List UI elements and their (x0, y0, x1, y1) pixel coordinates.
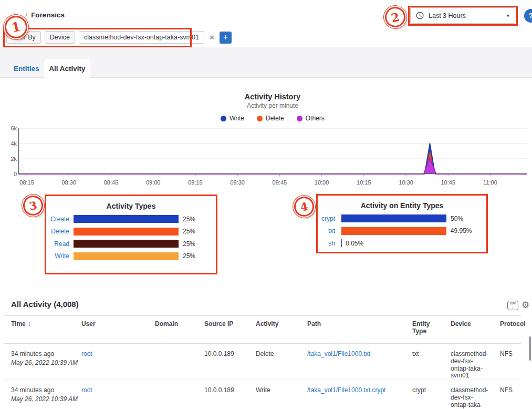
all-activity-table: Time↓UserDomainSource IPActivityPathEnti… (4, 315, 521, 409)
user-link[interactable]: root (81, 350, 92, 357)
legend-item-others[interactable]: Others (297, 115, 325, 122)
column-header-protocol[interactable]: Protocol (493, 316, 521, 344)
bar-value-label: 25% (183, 252, 195, 260)
series-others (18, 158, 527, 175)
time-range-label: Last 3 Hours (429, 12, 466, 19)
x-tick-label: 09:30 (226, 179, 249, 186)
legend-dot-icon (221, 116, 226, 121)
legend-item-write[interactable]: Write (221, 115, 244, 122)
bar-label-link[interactable]: Delete (46, 228, 69, 235)
filter-value-input[interactable]: classmethod-dev-fsx-ontap-taka-svm01 (79, 31, 204, 44)
scrollbar[interactable] (529, 336, 531, 361)
bar-value-label: 50% (451, 215, 463, 222)
column-header-entity-type[interactable]: Entity Type (405, 316, 444, 344)
bar-label-link[interactable]: txt (318, 227, 335, 234)
y-tick-label: 0 (3, 171, 17, 177)
legend-item-delete[interactable]: Delete (257, 115, 284, 122)
x-tick-label: 10:45 (436, 179, 460, 186)
remove-filter-icon[interactable]: ✕ (208, 34, 216, 42)
user-link[interactable]: root (81, 386, 92, 394)
bar-value-label: 25% (183, 228, 195, 235)
panel-title: Activity Types (46, 202, 216, 210)
x-tick-label: 08:15 (15, 179, 38, 186)
clock-icon (416, 12, 424, 19)
tab-entities[interactable]: Entities (14, 65, 39, 73)
add-filter-button[interactable]: + (220, 32, 232, 44)
bar-label-link[interactable]: crypt (318, 215, 335, 222)
cell-protocol: NFS (493, 380, 521, 409)
annotation-stamp-4: 4 (292, 195, 316, 218)
bar[interactable] (74, 240, 179, 248)
bar[interactable] (341, 227, 446, 235)
annotation-stamp-2: 2 (383, 5, 407, 29)
bar-label-link[interactable]: Read (46, 240, 69, 248)
path-link[interactable]: /taka_vol1/File1000.txt.crypt (307, 386, 385, 394)
table-title: All Activity (4,008) (11, 300, 79, 309)
y-tick-label: 6k (3, 125, 17, 131)
bar[interactable] (74, 252, 179, 260)
filter-bar: Filter By Device classmethod-dev-fsx-ont… (6, 31, 232, 44)
series-write (18, 143, 527, 175)
column-header-source-ip[interactable]: Source IP (197, 316, 249, 344)
cell-source-ip: 10.0.0.189 (197, 344, 249, 380)
bar-row-Read: Read25% (46, 240, 216, 248)
cell-path: /taka_vol1/File1000.txt (300, 344, 405, 380)
table-row: 34 minutes agoMay 26, 2022 10:39 AMroot1… (4, 380, 521, 409)
activity-types-panel: Activity Types Create25%Delete25%Read25%… (45, 195, 217, 274)
x-tick-label: 08:30 (57, 179, 80, 186)
cell-domain (148, 344, 197, 380)
bar-label-link[interactable]: sh (318, 240, 335, 247)
bar-label-link[interactable]: Write (46, 252, 69, 260)
help-icon[interactable]: ? (524, 9, 532, 23)
cell-user: root (75, 344, 148, 380)
bar-value-label: 0.05% (346, 240, 363, 247)
y-tick-label: 2k (3, 156, 17, 162)
chart-legend: WriteDeleteOthers (18, 115, 527, 122)
gear-icon[interactable]: ⚙ (521, 300, 529, 311)
bar[interactable] (74, 215, 179, 223)
series-delete (18, 151, 527, 175)
filter-field-chip[interactable]: Device (45, 31, 75, 44)
column-header-user[interactable]: User (75, 316, 148, 344)
entity-types-panel: Activity on Entity Types crypt50%txt49.9… (316, 194, 488, 253)
cell-activity: Write (249, 380, 300, 409)
bar[interactable] (341, 214, 446, 222)
cell-user: root (75, 380, 148, 409)
cell-protocol: NFS (493, 344, 521, 380)
x-tick-label: 09:00 (142, 179, 165, 186)
x-tick-label: 10:15 (352, 179, 375, 186)
cell-source-ip: 10.0.0.189 (197, 380, 249, 409)
bar[interactable] (74, 228, 179, 236)
cell-path: /taka_vol1/File1000.txt.crypt (300, 380, 405, 409)
activity-types-bars: Create25%Delete25%Read25%Write25% (46, 215, 216, 260)
legend-dot-icon (297, 116, 302, 121)
cell-time: 34 minutes agoMay 26, 2022 10:39 AM (4, 380, 75, 409)
column-header-device[interactable]: Device (444, 316, 493, 344)
column-header-path[interactable]: Path (300, 316, 405, 344)
column-header-domain[interactable]: Domain (148, 316, 197, 344)
cell-activity: Delete (249, 344, 300, 380)
panel-title: Activity on Entity Types (318, 201, 486, 210)
x-tick-label: 09:45 (268, 179, 291, 186)
path-link[interactable]: /taka_vol1/File1000.txt (307, 350, 370, 357)
cell-domain (148, 380, 197, 409)
cell-time: 34 minutes agoMay 26, 2022 10:39 AM (4, 344, 75, 380)
page-title: Forensics (31, 11, 65, 19)
download-csv-icon[interactable]: csv ↓ (507, 301, 518, 310)
chart-subtitle: Activity per minute (18, 102, 527, 109)
sort-desc-icon: ↓ (28, 320, 31, 328)
column-header-activity[interactable]: Activity (249, 316, 300, 344)
activity-history-chart (18, 128, 527, 178)
column-header-time[interactable]: Time↓ (4, 316, 75, 344)
time-range-selector[interactable]: Last 3 Hours ▾ (410, 7, 515, 24)
bar-row-Create: Create25% (46, 215, 216, 223)
x-tick-label: 09:15 (184, 179, 207, 186)
cell-device: classmethod-dev-fsx-ontap-taka-svm01 (444, 380, 493, 409)
x-tick-label: 10:00 (310, 179, 333, 186)
bar-label-link[interactable]: Create (46, 216, 69, 223)
bar-row-Write: Write25% (46, 252, 216, 260)
cell-entity-type: crypt (405, 380, 444, 409)
cell-device: classmethod-dev-fsx-ontap-taka-svm01 (444, 344, 493, 380)
tab-all-activity[interactable]: All Activity (44, 59, 90, 78)
entity-types-bars: crypt50%txt49.95%sh0.05% (318, 214, 486, 247)
